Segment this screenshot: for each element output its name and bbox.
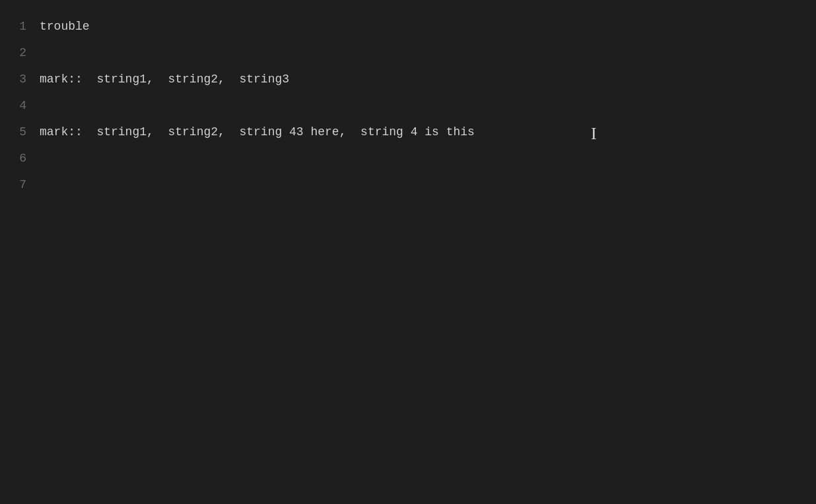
code-line-6: 6 xyxy=(0,145,816,172)
code-line-5: 5 mark:: string1, string2, string 43 her… xyxy=(0,119,816,145)
code-line-1: 1 trouble xyxy=(0,13,816,40)
line-number-2: 2 xyxy=(0,40,40,66)
line-number-7: 7 xyxy=(0,172,40,198)
line-content-1: trouble xyxy=(40,13,90,40)
line-number-3: 3 xyxy=(0,66,40,92)
line-number-5: 5 xyxy=(0,119,40,145)
line-content-3: mark:: string1, string2, string3 xyxy=(40,66,289,92)
code-line-7: 7 xyxy=(0,172,816,198)
code-line-4: 4 xyxy=(0,92,816,119)
code-line-3: 3 mark:: string1, string2, string3 xyxy=(0,66,816,92)
line-number-4: 4 xyxy=(0,92,40,119)
line-content-5: mark:: string1, string2, string 43 here,… xyxy=(40,119,475,145)
line-number-6: 6 xyxy=(0,145,40,172)
line-number-1: 1 xyxy=(0,13,40,40)
code-line-2: 2 xyxy=(0,40,816,66)
code-editor[interactable]: 1 trouble 2 3 mark:: string1, string2, s… xyxy=(0,0,816,504)
